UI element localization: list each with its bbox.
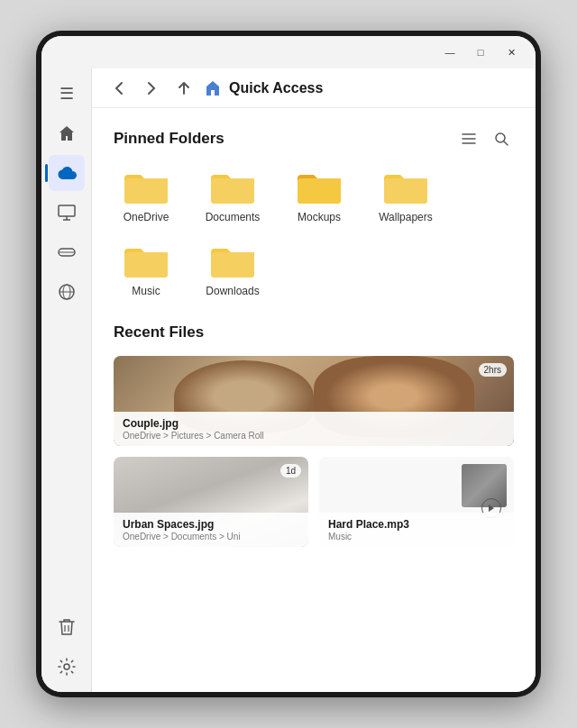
- folder-mockups[interactable]: Mockups: [287, 166, 352, 225]
- back-button[interactable]: [106, 76, 132, 101]
- nav-title-text: Quick Access: [229, 80, 323, 96]
- urban-file-name: Urban Spaces.jpg: [123, 518, 299, 531]
- drive-icon: [58, 246, 76, 259]
- couple-file-path: OneDrive > Pictures > Camera Roll: [123, 431, 505, 441]
- recent-file-urban[interactable]: 1d Urban Spaces.jpg OneDrive > Documents…: [114, 457, 308, 547]
- sidebar-item-onedrive[interactable]: [49, 155, 85, 191]
- recent-file-couple[interactable]: 2hrs Couple.jpg OneDrive > Pictures > Ca…: [114, 356, 514, 446]
- search-button[interactable]: [489, 126, 514, 151]
- svg-marker-16: [489, 505, 494, 512]
- folder-wallpapers-icon: [380, 166, 431, 205]
- svg-line-15: [504, 141, 508, 145]
- folder-onedrive-icon: [121, 166, 171, 205]
- folder-downloads-icon: [207, 240, 258, 279]
- play-icon: [488, 504, 495, 513]
- quick-access-icon: [204, 79, 222, 97]
- urban-file-path: OneDrive > Documents > Uni: [123, 532, 299, 541]
- folder-wallpapers[interactable]: Wallpapers: [373, 166, 438, 225]
- sidebar-bottom: [49, 609, 85, 685]
- maximize-button[interactable]: □: [467, 42, 494, 62]
- folder-documents-icon: [207, 166, 258, 205]
- sidebar-item-network[interactable]: [49, 274, 85, 310]
- folder-mockups-label: Mockups: [298, 211, 341, 225]
- computer-icon: [58, 205, 76, 221]
- pinned-folders-actions: [456, 126, 514, 151]
- recent-files-title: Recent Files: [114, 323, 204, 341]
- hardplace-file-info: Hard Place.mp3 Music: [319, 513, 514, 547]
- recent-file-row: 1d Urban Spaces.jpg OneDrive > Documents…: [114, 457, 514, 547]
- folder-mockups-icon: [294, 166, 344, 205]
- search-icon: [494, 132, 508, 146]
- couple-time-badge: 2hrs: [479, 363, 507, 377]
- urban-time-badge: 1d: [280, 464, 301, 478]
- pinned-folders-header: Pinned Folders: [114, 126, 514, 151]
- minimize-button[interactable]: —: [436, 42, 463, 62]
- folder-onedrive-label: OneDrive: [124, 211, 169, 225]
- nav-bar: Quick Access: [92, 68, 536, 108]
- folder-grid: OneDrive Documents: [114, 166, 514, 298]
- urban-file-info: Urban Spaces.jpg OneDrive > Documents > …: [114, 513, 308, 547]
- cloud-icon: [57, 166, 77, 180]
- title-bar: — □ ✕: [41, 36, 536, 68]
- couple-file-info: Couple.jpg OneDrive > Pictures > Camera …: [114, 412, 514, 446]
- recent-files-header: Recent Files: [114, 323, 514, 341]
- sidebar-item-pc[interactable]: [49, 195, 85, 231]
- hardplace-file-name: Hard Place.mp3: [328, 518, 505, 531]
- close-button[interactable]: ✕: [498, 42, 525, 62]
- sidebar-item-trash[interactable]: [49, 609, 85, 645]
- pinned-folders-title: Pinned Folders: [114, 130, 224, 148]
- list-view-icon: [461, 132, 477, 145]
- main-area: ☰: [41, 68, 536, 692]
- title-bar-controls: — □ ✕: [436, 42, 525, 62]
- menu-icon: ☰: [60, 84, 74, 104]
- nav-title: Quick Access: [204, 79, 323, 97]
- svg-point-10: [64, 664, 69, 669]
- device-frame: — □ ✕ ☰: [36, 31, 541, 697]
- list-view-button[interactable]: [456, 126, 481, 151]
- scroll-content[interactable]: Pinned Folders: [92, 108, 536, 692]
- svg-rect-0: [59, 205, 75, 216]
- folder-music-icon: [121, 240, 171, 279]
- home-icon: [58, 124, 76, 142]
- up-button[interactable]: [171, 76, 197, 101]
- folder-music[interactable]: Music: [114, 240, 179, 299]
- screen: — □ ✕ ☰: [41, 36, 536, 692]
- sidebar-item-menu[interactable]: ☰: [49, 76, 85, 112]
- network-icon: [58, 283, 76, 301]
- sidebar-item-drive[interactable]: [49, 234, 85, 270]
- recent-file-hardplace[interactable]: 1min: [319, 457, 514, 547]
- folder-downloads-label: Downloads: [206, 285, 259, 299]
- couple-file-name: Couple.jpg: [123, 417, 505, 430]
- content-pane: Quick Access Pinned Folders: [92, 68, 536, 692]
- recent-files-grid: 2hrs Couple.jpg OneDrive > Pictures > Ca…: [114, 356, 514, 547]
- folder-onedrive[interactable]: OneDrive: [114, 166, 179, 225]
- hardplace-file-path: Music: [328, 532, 505, 541]
- forward-button[interactable]: [139, 76, 164, 101]
- settings-icon: [58, 658, 76, 676]
- folder-downloads[interactable]: Downloads: [200, 240, 265, 299]
- folder-documents-label: Documents: [206, 211, 261, 225]
- folder-music-label: Music: [132, 285, 160, 299]
- sidebar-item-settings[interactable]: [49, 649, 85, 685]
- sidebar-item-home[interactable]: [49, 115, 85, 151]
- folder-wallpapers-label: Wallpapers: [379, 211, 433, 225]
- trash-icon: [59, 618, 75, 636]
- sidebar: ☰: [41, 68, 92, 692]
- folder-documents[interactable]: Documents: [200, 166, 265, 225]
